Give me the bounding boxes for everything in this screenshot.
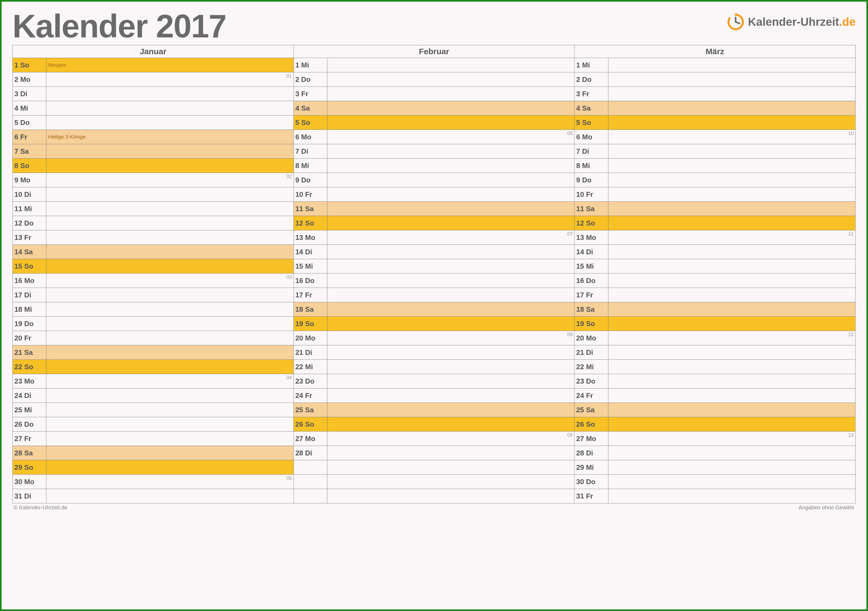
day-label: 15 Mi	[294, 262, 327, 271]
calendar-row: 12 Do12 So12 So	[13, 216, 856, 230]
week-number: 07	[567, 231, 573, 237]
note-body	[327, 144, 574, 158]
note-cell	[327, 417, 574, 432]
calendar-row: 29 So29 Mi	[13, 460, 856, 475]
note-body: 02	[46, 173, 293, 187]
day-cell: 15 Mi	[575, 259, 608, 274]
header: Kalender 2017 Kalender-Uhrzeit.de	[12, 10, 856, 42]
day-cell: 15 Mi	[293, 259, 327, 274]
note-cell	[608, 417, 855, 432]
calendar-row: 27 Fr27 Mo0927 Mo13	[13, 432, 856, 446]
day-label: 10 Fr	[294, 190, 327, 199]
day-cell: 8 So	[13, 159, 46, 173]
day-label: 16 Do	[575, 277, 608, 285]
day-cell: 26 So	[293, 417, 327, 432]
note-body	[608, 159, 855, 173]
day-cell: 31 Fr	[575, 489, 608, 503]
day-label: 17 Di	[13, 291, 46, 299]
note-cell	[46, 489, 293, 503]
note-cell	[608, 446, 855, 460]
note-cell	[46, 388, 293, 403]
day-label: 30 Mo	[13, 478, 46, 486]
day-label: 9 Do	[294, 176, 327, 184]
week-number: 10	[848, 131, 854, 136]
note-body	[327, 317, 574, 331]
note-body	[608, 360, 855, 374]
day-cell: 6 Mo	[293, 130, 327, 144]
note-body	[327, 274, 574, 288]
calendar-row: 9 Mo029 Do9 Do	[13, 173, 856, 187]
note-body: 08	[327, 331, 574, 345]
day-cell	[293, 460, 327, 475]
calendar-row: 16 Mo0316 Do16 Do	[13, 274, 856, 288]
note-cell	[608, 87, 855, 101]
note-cell	[327, 360, 574, 374]
note-cell: 03	[46, 274, 293, 288]
day-cell: 22 Mi	[293, 360, 327, 374]
day-label: 31 Di	[13, 492, 46, 500]
day-cell: 12 So	[293, 216, 327, 230]
note-body	[327, 489, 574, 503]
note-body	[608, 58, 855, 72]
note-body	[46, 259, 293, 273]
note-body: Neujahr	[46, 58, 293, 72]
day-label: 5 Do	[13, 119, 46, 127]
note-cell: 13	[608, 432, 855, 446]
day-cell: 12 Do	[13, 216, 46, 230]
note-cell	[608, 403, 855, 417]
calendar-row: 31 Di31 Fr	[13, 489, 856, 503]
note-body: 05	[46, 475, 293, 489]
note-cell: 01	[46, 73, 293, 87]
note-body	[46, 216, 293, 230]
day-cell: 23 Mo	[13, 374, 46, 388]
note-body	[327, 288, 574, 302]
day-label: 13 Mo	[294, 234, 327, 242]
day-cell: 11 Mi	[13, 202, 46, 216]
day-cell: 8 Mi	[575, 159, 608, 173]
day-label: 4 Sa	[575, 104, 608, 113]
day-cell: 7 Di	[575, 144, 608, 159]
day-label: 3 Fr	[294, 90, 327, 98]
day-cell: 16 Do	[293, 274, 327, 288]
note-cell	[327, 159, 574, 173]
note-body: 07	[327, 230, 574, 244]
note-cell	[46, 360, 293, 374]
note-body	[46, 101, 293, 115]
day-cell: 27 Mo	[293, 432, 327, 446]
day-label: 25 Sa	[575, 406, 608, 414]
note-cell	[327, 87, 574, 101]
note-body	[46, 417, 293, 431]
note-cell	[46, 159, 293, 173]
week-number: 01	[287, 73, 292, 79]
day-label: 26 So	[294, 420, 327, 428]
note-body	[327, 446, 574, 460]
day-label: 28 Sa	[13, 449, 46, 457]
note-body	[608, 388, 855, 402]
note-cell	[46, 403, 293, 417]
calendar-row: 15 So15 Mi15 Mi	[13, 259, 856, 274]
note-cell	[327, 302, 574, 317]
note-body	[608, 288, 855, 302]
day-cell: 12 So	[575, 216, 608, 230]
day-label: 18 Sa	[575, 305, 608, 314]
note-body: 01	[46, 73, 293, 87]
disclaimer: Angaben ohne Gewähr	[798, 504, 854, 511]
week-number: 09	[567, 432, 573, 438]
day-cell: 11 Sa	[293, 202, 327, 216]
day-cell: 27 Mo	[575, 432, 608, 446]
day-label: 11 Mi	[13, 205, 46, 213]
note-cell	[46, 432, 293, 446]
calendar-row: 24 Di24 Fr24 Fr	[13, 388, 856, 403]
week-number: 06	[567, 131, 573, 136]
day-cell	[293, 475, 327, 489]
day-cell: 26 Do	[13, 417, 46, 432]
note-body	[608, 202, 855, 216]
day-cell: 3 Fr	[293, 87, 327, 101]
day-label: 22 Mi	[575, 363, 608, 371]
note-cell	[327, 388, 574, 403]
day-label: 14 Di	[575, 248, 608, 256]
day-cell: 1 Mi	[293, 58, 327, 73]
note-cell: 06	[327, 130, 574, 144]
note-body	[327, 73, 574, 87]
note-body	[327, 202, 574, 216]
